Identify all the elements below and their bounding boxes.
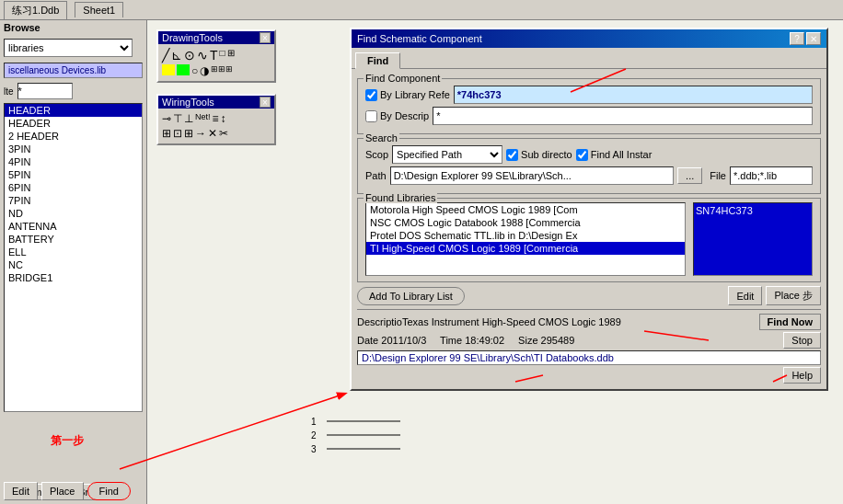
wt-icon8[interactable]: ⊡	[173, 127, 182, 140]
lib-list-item[interactable]: NSC CMOS Logic Databook 1988 [Commercia	[366, 216, 685, 229]
by-library-checkbox[interactable]	[365, 89, 377, 101]
dialog-help-btn[interactable]: ?	[790, 32, 804, 45]
wt-icon5[interactable]: ≡	[213, 112, 219, 125]
subdirectory-checkbox[interactable]	[506, 149, 518, 161]
drawing-tools-close[interactable]: ×	[260, 32, 271, 43]
list-item[interactable]: HEADER	[5, 117, 142, 130]
dialog-titlebar: Find Schematic Component ? ✕	[352, 29, 826, 48]
library-ref-input[interactable]	[454, 86, 813, 104]
by-library-checkbox-label[interactable]: By Library Refe	[365, 89, 450, 101]
subdirectory-checkbox-label[interactable]: Sub directo	[506, 149, 572, 161]
wt-icon3[interactable]: ⊥	[184, 112, 193, 125]
wt-icon7[interactable]: ⊞	[162, 127, 171, 140]
dt-icon10[interactable]: ○	[191, 64, 198, 77]
top-bar: 练习1.Ddb Sheet1	[0, 0, 843, 20]
wt-icon10[interactable]: →	[195, 127, 206, 140]
dt-icon1[interactable]: ╱	[162, 48, 169, 63]
drawing-tools-title: DrawingTools ×	[158, 31, 274, 44]
place-button-left[interactable]: Place	[41, 482, 84, 500]
wt-icon4[interactable]: Net!	[195, 112, 211, 125]
libraries-dropdown[interactable]: libraries	[4, 39, 133, 57]
list-item[interactable]: 7PIN	[5, 194, 142, 207]
find-button[interactable]: Find	[87, 482, 131, 500]
edit-button[interactable]: Edit	[728, 286, 762, 305]
desc-value: Texas Instrument High-Speed CMOS Logic 1…	[402, 316, 621, 327]
stop-button[interactable]: Stop	[783, 332, 821, 349]
add-to-library-button[interactable]: Add To Library List	[357, 287, 465, 305]
list-item[interactable]: 3PIN	[5, 143, 142, 155]
left-panel: Browse libraries iscellaneous Devices.li…	[0, 20, 147, 504]
path-label: Path	[365, 170, 387, 181]
dt-icon5[interactable]: T	[210, 48, 218, 63]
top-bar-tab2[interactable]: Sheet1	[75, 2, 123, 17]
list-item[interactable]: 6PIN	[5, 181, 142, 194]
wiring-tools-row1: ⊸ ⊤ ⊥ Net! ≡ ↕	[162, 112, 271, 125]
found-libs-list[interactable]: Motorola High Speed CMOS Logic 1989 [Com…	[365, 202, 686, 276]
lib-list-item[interactable]: Motorola High Speed CMOS Logic 1989 [Com	[366, 203, 685, 216]
dialog-title-buttons: ? ✕	[790, 32, 821, 45]
found-libraries-content: Motorola High Speed CMOS Logic 1989 [Com…	[365, 202, 813, 276]
file-input[interactable]	[730, 166, 813, 185]
action-row: Add To Library List Edit Place 步	[357, 286, 821, 305]
dt-icon11[interactable]: ◑	[200, 64, 209, 77]
list-item[interactable]: 5PIN	[5, 168, 142, 181]
top-bar-tab1[interactable]: 练习1.Ddb	[4, 1, 67, 19]
dt-icon8[interactable]	[162, 64, 175, 75]
list-item[interactable]: BRIDGE1	[5, 271, 142, 284]
search-group-title: Search	[364, 132, 399, 143]
path-input[interactable]	[390, 166, 674, 185]
by-descr-checkbox-label[interactable]: By Descrip	[365, 110, 429, 122]
edit-button-left[interactable]: Edit	[4, 482, 38, 500]
list-item[interactable]: 2 HEADER	[5, 130, 142, 143]
component-list[interactable]: HEADER HEADER 2 HEADER 3PIN 4PIN 5PIN 6P…	[4, 103, 143, 412]
wt-icon11[interactable]: ✕	[208, 127, 217, 140]
wt-icon9[interactable]: ⊞	[184, 127, 193, 140]
list-item[interactable]: HEADER	[5, 104, 142, 117]
dialog-body: Find Component By Library Refe By Descri…	[352, 69, 826, 389]
dt-icon12[interactable]: ⊞⊞⊞	[211, 64, 233, 77]
find-all-checkbox[interactable]	[576, 149, 588, 161]
list-item[interactable]: NC	[5, 258, 142, 271]
lib-list-item-selected[interactable]: TI High-Speed CMOS Logic 1989 [Commercia	[366, 242, 685, 255]
wt-icon12[interactable]: ✂	[219, 127, 228, 140]
time-label: Time	[440, 335, 462, 346]
descr-input[interactable]	[433, 107, 813, 125]
place-button[interactable]: Place 步	[766, 286, 821, 305]
wt-icon6[interactable]: ↕	[221, 112, 226, 125]
dt-icon6[interactable]: □	[220, 48, 225, 63]
by-descr-checkbox[interactable]	[365, 110, 377, 122]
drawing-tools-row1: ╱ ⊾ ⊙ ∿ T □ ⊞	[162, 48, 271, 63]
find-now-button[interactable]: Find Now	[759, 314, 822, 330]
found-libraries-group: Found Libraries Motorola High Speed CMOS…	[357, 198, 821, 282]
dt-icon4[interactable]: ∿	[197, 48, 208, 63]
tab-find[interactable]: Find	[355, 52, 400, 69]
dt-icon3[interactable]: ⊙	[184, 48, 195, 63]
help-row: Help	[357, 367, 821, 384]
list-item[interactable]: 4PIN	[5, 155, 142, 168]
wiring-tools-row2: ⊞ ⊡ ⊞ → ✕ ✂	[162, 127, 271, 140]
path-browse-button[interactable]: ...	[677, 167, 702, 184]
wiring-tools-title: WiringTools ×	[158, 96, 274, 109]
dt-icon2[interactable]: ⊾	[171, 48, 182, 63]
lib-display: iscellaneous Devices.lib	[4, 63, 143, 78]
scope-dropdown[interactable]: Specified Path	[392, 145, 502, 164]
filter-input[interactable]	[17, 83, 73, 99]
date-time-size: Date 2011/10/3 Time 18:49:02 Size 295489	[357, 335, 574, 346]
lib-list-item[interactable]: Protel DOS Schematic TTL.lib in D:\Desig…	[366, 229, 685, 242]
list-item[interactable]: BATTERY	[5, 233, 142, 246]
find-all-checkbox-label[interactable]: Find All Instar	[576, 149, 652, 161]
help-button[interactable]: Help	[783, 367, 821, 384]
wiring-tools-close[interactable]: ×	[260, 97, 271, 108]
dialog-close-btn[interactable]: ✕	[806, 32, 821, 45]
dt-icon7[interactable]: ⊞	[227, 48, 235, 63]
wt-icon2[interactable]: ⊤	[173, 112, 182, 125]
by-library-label: By Library Refe	[380, 89, 450, 100]
found-result-box[interactable]: SN74HC373	[693, 202, 813, 276]
list-item[interactable]: ELL	[5, 246, 142, 258]
list-item[interactable]: ND	[5, 207, 142, 220]
dt-icon9[interactable]	[177, 64, 190, 75]
status-section: DescriptioTexas Instrument High-Speed CM…	[357, 309, 821, 365]
list-item[interactable]: ANTENNA	[5, 220, 142, 233]
wt-icon1[interactable]: ⊸	[162, 112, 171, 125]
svg-text:1: 1	[311, 417, 317, 427]
